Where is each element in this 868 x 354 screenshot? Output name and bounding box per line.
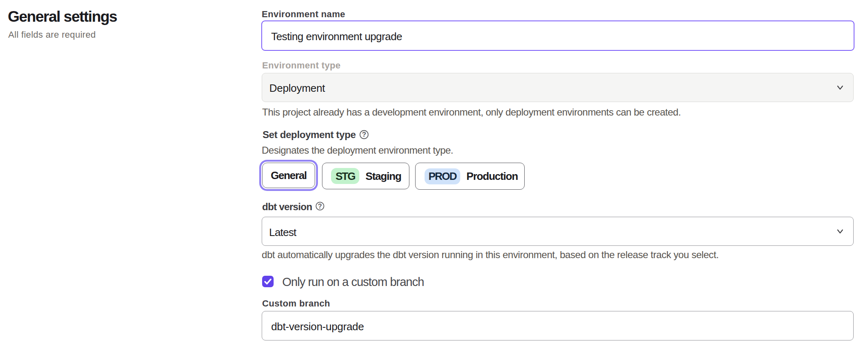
svg-text:?: ? [362,131,366,138]
svg-text:?: ? [318,203,322,210]
